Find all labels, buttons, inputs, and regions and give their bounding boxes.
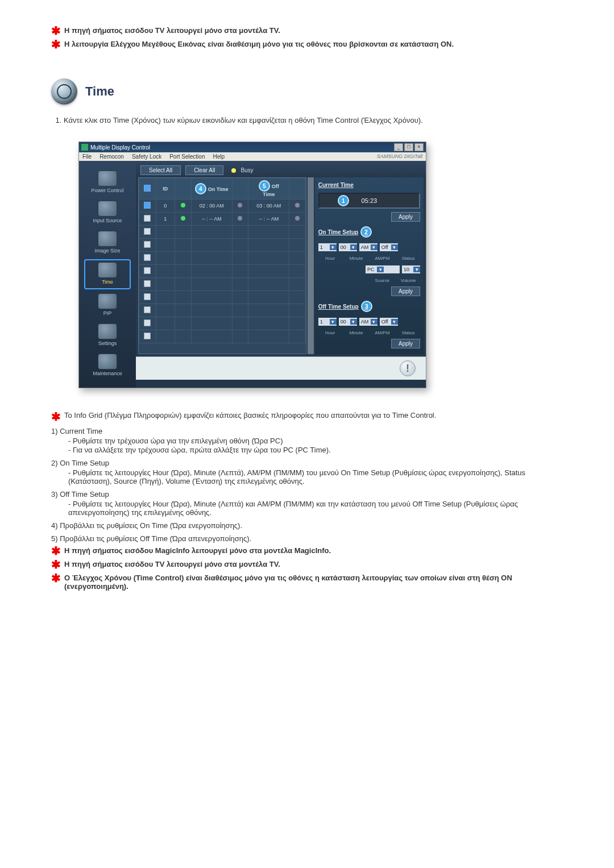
item-2: 2) On Time Setup (51, 459, 563, 467)
main-pane: Select All Clear All Busy ID 4On Time (136, 161, 426, 388)
apply-off-time-button[interactable]: Apply (391, 339, 420, 348)
row-checkbox[interactable] (144, 202, 151, 209)
busy-indicator-icon (231, 168, 236, 173)
status-pane: ! (136, 356, 426, 380)
col-on-time: 4On Time (191, 178, 232, 200)
row-checkbox[interactable] (144, 215, 151, 222)
table-row[interactable]: 1 -- : -- AM -- : -- AM (139, 213, 306, 226)
off-hour-select[interactable]: 1▾ (318, 318, 337, 326)
status-lamp-icon (181, 203, 185, 207)
table-row[interactable] (139, 252, 306, 265)
item-2a: - Ρυθμίστε τις λειτουργίες Hour (Ώρα), M… (68, 468, 563, 485)
note-tv-source: ✱ Η πηγή σήματος εισόδου TV λειτουργεί μ… (51, 25, 563, 36)
input-icon (98, 201, 117, 217)
off-status-select[interactable]: Off▾ (380, 318, 398, 326)
col-off-time: 5Off Time (248, 178, 289, 200)
scrollbar[interactable] (308, 177, 314, 354)
table-row[interactable] (139, 330, 306, 343)
app-icon (81, 144, 88, 151)
star-icon: ✱ (51, 545, 61, 556)
status-lamp-icon (295, 203, 300, 207)
note-tv-source-2: ✱ Η πηγή σήματος εισόδου TV λειτουργεί μ… (51, 559, 563, 570)
col-id: ID (156, 178, 175, 200)
badge-4: 4 (195, 183, 206, 194)
header-checkbox[interactable] (144, 185, 151, 192)
sidebar-item-pip[interactable]: PIP (85, 292, 130, 319)
star-icon: ✱ (51, 559, 61, 570)
item-4: 4) Προβάλλει τις ρυθμίσεις On Time (Ώρα … (51, 521, 563, 530)
table-row[interactable] (139, 317, 306, 330)
note-magicinfo: ✱ Η πηγή σήματος εισόδου MagicInfo λειτο… (51, 545, 563, 556)
badge-1: 1 (338, 195, 349, 206)
item-3a: - Ρυθμίστε τις λειτουργίες Hour (Ώρα), M… (68, 500, 563, 517)
close-button[interactable]: × (414, 143, 424, 151)
table-row[interactable] (139, 265, 306, 278)
clear-all-button[interactable]: Clear All (185, 165, 223, 175)
status-lamp-icon (295, 216, 300, 221)
section-title: Time (85, 84, 114, 99)
menu-remocon[interactable]: Remocon (99, 153, 124, 160)
sidebar-item-image[interactable]: Image Size (85, 229, 130, 257)
table-row[interactable] (139, 226, 306, 239)
sidebar: Power Control Input Source Image Size Ti… (79, 161, 136, 388)
time-icon (98, 262, 117, 278)
table-row[interactable] (139, 304, 306, 317)
menu-port-selection[interactable]: Port Selection (169, 153, 205, 160)
clock-icon (51, 78, 77, 105)
grid-header: ID 4On Time 5Off Time (139, 178, 306, 200)
app-window: Multiple Display Control _ □ × File Remo… (78, 142, 426, 388)
on-ampm-select[interactable]: AM▾ (359, 243, 377, 251)
titlebar: Multiple Display Control _ □ × (79, 142, 426, 152)
star-icon: ✱ (51, 411, 61, 422)
off-time-title: Off Time Setup 3 (318, 301, 420, 312)
settings-icon (98, 323, 117, 339)
intro-item: Κάντε κλικ στο Time (Χρόνος) των κύριων … (64, 116, 563, 124)
info-grid-note: ✱ Το Info Grid (Πλέγμα Πληροφοριών) εμφα… (51, 411, 563, 422)
sidebar-item-time[interactable]: Time (84, 259, 131, 289)
table-row[interactable] (139, 278, 306, 291)
star-icon: ✱ (51, 572, 61, 584)
apply-on-time-button[interactable]: Apply (391, 286, 420, 296)
item-1b: - Για να αλλάξετε την τρέχουσα ώρα, πρώτ… (68, 446, 563, 454)
menu-help[interactable]: Help (213, 153, 225, 160)
image-icon (98, 231, 117, 247)
on-volume-select[interactable]: 10▾ (402, 265, 420, 273)
sidebar-item-input[interactable]: Input Source (85, 199, 130, 227)
current-time-field[interactable]: 1 05:23 (318, 193, 420, 209)
power-icon (98, 171, 117, 186)
table-row[interactable] (139, 239, 306, 252)
status-lamp-icon (238, 203, 242, 207)
menu-safety-lock[interactable]: Safety Lock (132, 153, 161, 160)
on-minute-select[interactable]: 00▾ (339, 243, 357, 251)
on-time-title: On Time Setup 2 (318, 226, 420, 238)
menu-file[interactable]: File (82, 153, 92, 160)
apply-current-time-button[interactable]: Apply (391, 212, 420, 222)
star-icon: ✱ (51, 25, 61, 36)
app-title: Multiple Display Control (90, 144, 150, 151)
on-source-select[interactable]: PC▾ (366, 265, 400, 273)
toolbar: Select All Clear All Busy (136, 161, 426, 177)
table-row[interactable]: 0 02 : 00 AM 03 : 00 AM (139, 200, 306, 213)
app-body: Power Control Input Source Image Size Ti… (79, 161, 426, 388)
sidebar-item-maintenance[interactable]: Maintenance (85, 352, 130, 380)
current-time-title: Current Time (318, 182, 420, 188)
note-time-control-on: ✱ Ο Έλεγχος Χρόνου (Time Control) είναι … (51, 572, 563, 591)
off-minute-select[interactable]: 00▾ (339, 318, 357, 326)
select-all-button[interactable]: Select All (140, 165, 181, 175)
note-image-size: ✱ Η λειτουργία Ελέγχου Μεγέθους Εικόνας … (51, 39, 563, 50)
body-notes: ✱ Το Info Grid (Πλέγμα Πληροφοριών) εμφα… (51, 411, 563, 591)
item-5: 5) Προβάλλει τις ρυθμίσεις Off Time (Ώρα… (51, 534, 563, 543)
maintenance-icon (98, 354, 117, 369)
sidebar-item-power[interactable]: Power Control (85, 169, 130, 197)
table-row[interactable] (139, 291, 306, 304)
on-hour-select[interactable]: 1▾ (318, 243, 337, 251)
maximize-button[interactable]: □ (404, 143, 413, 151)
sidebar-item-settings[interactable]: Settings (85, 322, 130, 350)
off-ampm-select[interactable]: AM▾ (359, 318, 377, 326)
minimize-button[interactable]: _ (394, 143, 403, 151)
brand-label: SAMSUNG DIGITall (377, 153, 422, 160)
section-header: Time (51, 78, 563, 105)
pip-icon (98, 293, 117, 309)
item-3: 3) Off Time Setup (51, 490, 563, 499)
on-status-select[interactable]: Off▾ (380, 243, 398, 251)
